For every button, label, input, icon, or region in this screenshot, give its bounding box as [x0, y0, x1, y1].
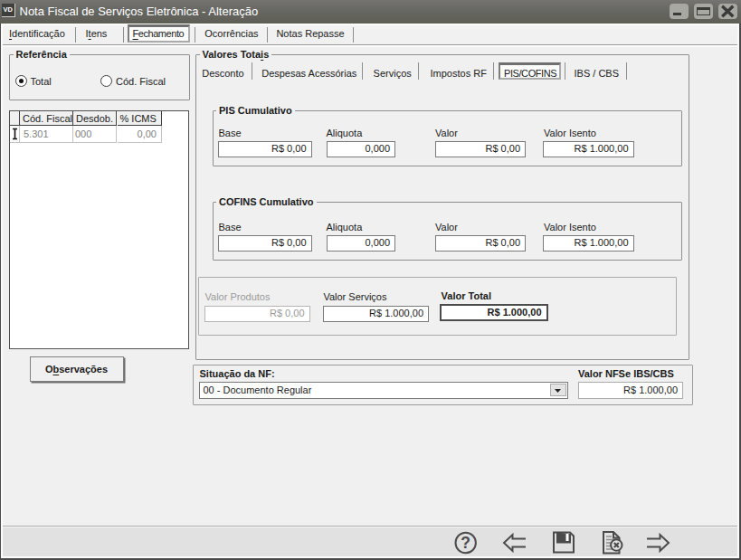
svg-text:?: ? — [461, 534, 470, 552]
